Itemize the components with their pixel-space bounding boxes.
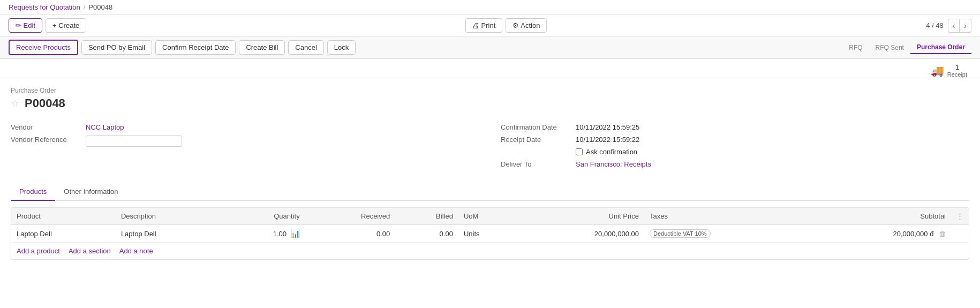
col-description: Description	[116, 208, 220, 225]
create-button[interactable]: + Create	[46, 18, 86, 33]
tax-pill[interactable]: Deductible VAT 10%	[650, 229, 711, 238]
status-rfq-sent[interactable]: RFQ Sent	[869, 42, 910, 54]
delete-row-icon[interactable]: 🗑	[939, 230, 946, 238]
ask-confirmation-checkbox[interactable]	[576, 148, 583, 155]
field-deliver-to: Deliver To San Francisco: Receipts	[501, 158, 969, 170]
receipt-date-value: 10/11/2022 15:59:22	[576, 136, 639, 144]
receipt-count: 1	[955, 63, 959, 71]
products-table: Product Description Quantity Received Bi…	[11, 208, 969, 243]
send-po-email-button[interactable]: Send PO by Email	[81, 40, 152, 55]
vendor-value[interactable]: NCC Laptop	[86, 123, 124, 131]
receipt-section: 🚚 1 Receipt	[0, 59, 980, 78]
col-received: Received	[305, 208, 396, 225]
table-row: Laptop Dell Laptop Dell 1.00 📊 0.00 0.00…	[11, 225, 969, 243]
toolbar: ✏ Edit + Create 🖨 Print ⚙ Action 4 / 48 …	[0, 15, 980, 36]
cell-received: 0.00	[305, 225, 396, 243]
vendor-ref-label: Vendor Reference	[11, 136, 86, 144]
status-bar: RFQ RFQ Sent Purchase Order	[842, 41, 971, 54]
toolbar-right: 4 / 48 ‹ ›	[926, 19, 971, 33]
fields-grid: Vendor NCC Laptop Vendor Reference Confi…	[11, 121, 969, 170]
receipt-date-label: Receipt Date	[501, 136, 576, 144]
add-product-link[interactable]: Add a product	[17, 247, 60, 255]
toolbar-left: ✏ Edit + Create	[9, 18, 86, 33]
breadcrumb-current: P00048	[88, 3, 112, 11]
favorite-icon[interactable]: ☆	[11, 97, 19, 109]
create-bill-button[interactable]: Create Bill	[239, 40, 285, 55]
cell-billed: 0.00	[395, 225, 458, 243]
cancel-button[interactable]: Cancel	[288, 40, 323, 55]
col-unit-price: Unit Price	[519, 208, 644, 225]
tab-other-information[interactable]: Other Information	[55, 183, 126, 201]
cell-quantity: 1.00 📊	[220, 225, 305, 243]
tab-products[interactable]: Products	[11, 183, 55, 201]
ask-confirmation-row: Ask confirmation	[576, 146, 969, 158]
cell-row-actions	[951, 225, 969, 243]
action-button[interactable]: ⚙ Action	[506, 18, 547, 33]
field-receipt-date: Receipt Date 10/11/2022 15:59:22	[501, 133, 969, 146]
ask-confirmation-label: Ask confirmation	[586, 148, 637, 156]
col-billed: Billed	[395, 208, 458, 225]
next-button[interactable]: ›	[959, 19, 971, 33]
add-section-link[interactable]: Add a section	[69, 247, 111, 255]
vendor-label: Vendor	[11, 123, 86, 131]
status-rfq[interactable]: RFQ	[842, 42, 869, 54]
confirmation-date-value: 10/11/2022 15:59:25	[576, 123, 639, 131]
cell-unit-price: 20,000,000.00	[519, 225, 644, 243]
col-subtotal: Subtotal	[807, 208, 951, 225]
print-button[interactable]: 🖨 Print	[465, 18, 502, 33]
record-id: P00048	[25, 96, 65, 110]
col-quantity: Quantity	[220, 208, 305, 225]
fields-left: Vendor NCC Laptop Vendor Reference	[11, 121, 479, 170]
field-confirmation-date: Confirmation Date 10/11/2022 15:59:25	[501, 121, 969, 133]
action-bar-right: RFQ RFQ Sent Purchase Order	[842, 41, 971, 54]
truck-icon: 🚚	[931, 64, 944, 77]
status-purchase-order[interactable]: Purchase Order	[910, 41, 971, 54]
col-product: Product	[11, 208, 116, 225]
more-options-icon[interactable]: ⋮	[956, 212, 963, 220]
lock-button[interactable]: Lock	[327, 40, 356, 55]
cell-description: Laptop Dell	[116, 225, 220, 243]
prev-button[interactable]: ‹	[948, 19, 960, 33]
edit-button[interactable]: ✏ Edit	[9, 18, 42, 33]
fields-right: Confirmation Date 10/11/2022 15:59:25 Re…	[501, 121, 969, 170]
action-bar: Receive Products Send PO by Email Confir…	[0, 36, 980, 59]
cell-uom: Units	[458, 225, 519, 243]
field-vendor-ref: Vendor Reference	[11, 133, 479, 149]
action-bar-left: Receive Products Send PO by Email Confir…	[9, 40, 356, 55]
field-vendor: Vendor NCC Laptop	[11, 121, 479, 133]
vendor-ref-input[interactable]	[86, 136, 182, 147]
tabs: Products Other Information	[11, 183, 969, 201]
add-note-link[interactable]: Add a note	[119, 247, 153, 255]
col-uom: UoM	[458, 208, 519, 225]
deliver-to-value[interactable]: San Francisco: Receipts	[576, 160, 651, 168]
receipt-label: Receipt	[947, 71, 967, 78]
breadcrumb: Requests for Quotation / P00048	[0, 0, 980, 15]
confirm-receipt-date-button[interactable]: Confirm Receipt Date	[155, 40, 236, 55]
col-actions-header: ⋮	[951, 208, 969, 225]
deliver-to-label: Deliver To	[501, 160, 576, 168]
table-footer: Add a product Add a section Add a note	[11, 243, 969, 259]
breadcrumb-separator: /	[84, 3, 86, 11]
pagination-label: 4 / 48	[926, 21, 944, 29]
pagination-nav: ‹ ›	[948, 19, 971, 33]
receipt-badge[interactable]: 🚚 1 Receipt	[931, 63, 967, 78]
breadcrumb-parent[interactable]: Requests for Quotation	[9, 3, 80, 11]
toolbar-center: 🖨 Print ⚙ Action	[465, 18, 547, 33]
record-type: Purchase Order	[11, 87, 969, 94]
col-taxes: Taxes	[644, 208, 807, 225]
cell-subtotal: 20,000,000 đ 🗑	[807, 225, 951, 243]
cell-product: Laptop Dell	[11, 225, 116, 243]
table-header-row: Product Description Quantity Received Bi…	[11, 208, 969, 225]
record-header: ☆ P00048	[11, 96, 969, 110]
cell-taxes: Deductible VAT 10%	[644, 225, 807, 243]
products-table-container: Product Description Quantity Received Bi…	[11, 207, 969, 260]
main-content: Purchase Order ☆ P00048 Vendor NCC Lapto…	[0, 78, 980, 268]
receive-products-button[interactable]: Receive Products	[9, 40, 78, 55]
confirmation-date-label: Confirmation Date	[501, 123, 576, 131]
forecast-icon[interactable]: 📊	[291, 229, 300, 238]
